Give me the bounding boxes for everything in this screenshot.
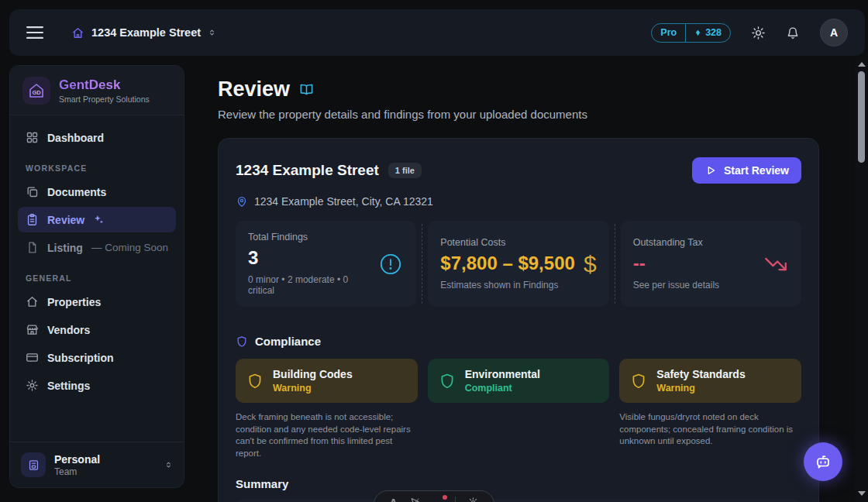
shield-icon bbox=[236, 335, 248, 348]
brand-header: GD GentDesk Smart Property Solutions bbox=[10, 66, 184, 115]
divider bbox=[422, 224, 422, 304]
book-open-icon bbox=[299, 82, 314, 97]
stat-detail: 0 minor • 2 moderate • 0 critical bbox=[248, 274, 371, 296]
clipboard-icon bbox=[26, 213, 39, 226]
compliance-card-building-codes: Building Codes Warning bbox=[236, 359, 418, 403]
stat-label: Outstanding Tax bbox=[633, 237, 719, 248]
home-icon bbox=[26, 295, 39, 308]
section-label-general: GENERAL bbox=[18, 263, 176, 289]
scroll-up-arrow-icon[interactable] bbox=[858, 62, 866, 67]
minus-badge-icon[interactable]: — bbox=[432, 497, 443, 502]
gentdesk-logo-icon: GD bbox=[22, 77, 50, 105]
property-address: 1234 Example Street, City, CA 12321 bbox=[254, 195, 433, 208]
chat-assistant-button[interactable] bbox=[804, 442, 842, 481]
sparkles-icon bbox=[93, 214, 105, 225]
scrollbar[interactable] bbox=[855, 59, 868, 502]
cursor-icon[interactable] bbox=[409, 497, 421, 502]
scroll-down-arrow-icon[interactable] bbox=[858, 491, 866, 496]
file-count-badge: 1 file bbox=[388, 163, 422, 178]
sidebar-item-properties[interactable]: Properties bbox=[18, 289, 176, 315]
brand-name: GentDesk bbox=[59, 77, 150, 93]
sidebar-item-label: Subscription bbox=[47, 352, 114, 364]
compliance-status: Warning bbox=[273, 383, 353, 394]
stat-potential-costs: Potential Costs $7,800 – $9,500 Estimate… bbox=[428, 221, 608, 307]
map-pin-icon bbox=[236, 195, 248, 208]
bell-icon[interactable] bbox=[786, 26, 800, 40]
top-bar: 1234 Example Street Pro 328 A bbox=[9, 9, 865, 56]
start-review-label: Start Review bbox=[724, 164, 789, 177]
sidebar: GD GentDesk Smart Property Solutions Das… bbox=[9, 65, 184, 488]
gear-icon[interactable] bbox=[467, 497, 479, 502]
diamond-icon bbox=[694, 29, 701, 37]
alert-circle-icon bbox=[377, 251, 404, 277]
stat-value: -- bbox=[633, 253, 719, 274]
divider bbox=[455, 497, 456, 502]
store-icon bbox=[26, 323, 39, 336]
compliance-cards: Building Codes Warning Environmental Com… bbox=[236, 359, 801, 403]
file-icon bbox=[26, 241, 39, 254]
environmental-note bbox=[428, 411, 610, 459]
sidebar-item-label: Review bbox=[47, 214, 84, 226]
svg-text:GD: GD bbox=[32, 89, 41, 96]
plan-label: Pro bbox=[652, 24, 685, 42]
team-switcher[interactable]: Personal Team bbox=[10, 442, 184, 487]
stat-label: Potential Costs bbox=[440, 237, 575, 248]
sidebar-item-vendors[interactable]: Vendors bbox=[18, 317, 176, 342]
sidebar-item-label: Vendors bbox=[47, 324, 90, 336]
documents-icon bbox=[26, 185, 39, 198]
sidebar-item-label: Listing bbox=[47, 242, 83, 254]
sidebar-item-review[interactable]: Review bbox=[18, 207, 176, 232]
coming-soon-note: — Coming Soon bbox=[91, 242, 168, 253]
summary-card: Strengths / What's good to know: This fi… bbox=[236, 499, 801, 502]
avatar-initial: A bbox=[830, 26, 838, 39]
compliance-status: Compliant bbox=[465, 383, 540, 394]
gear-icon bbox=[26, 379, 39, 392]
compliance-name: Environmental bbox=[465, 368, 540, 380]
shield-icon bbox=[439, 373, 456, 390]
safety-standards-note: Visible fungus/dryrot noted on deck comp… bbox=[619, 411, 801, 459]
stat-value: 3 bbox=[248, 247, 371, 269]
floating-toolbar: A — bbox=[374, 490, 494, 502]
stat-detail: Estimates shown in Findings bbox=[440, 280, 575, 291]
stat-label: Total Findings bbox=[248, 232, 371, 242]
start-review-button[interactable]: Start Review bbox=[692, 157, 801, 184]
sun-icon[interactable] bbox=[751, 26, 766, 40]
sidebar-item-settings[interactable]: Settings bbox=[18, 373, 176, 398]
notification-dot bbox=[443, 495, 447, 500]
play-icon bbox=[704, 164, 717, 177]
compliance-name: Building Codes bbox=[273, 368, 353, 380]
sidebar-item-documents[interactable]: Documents bbox=[18, 179, 176, 205]
letter-a-icon[interactable]: A bbox=[389, 497, 397, 502]
building-codes-note: Deck framing beneath is not accessible; … bbox=[236, 411, 418, 459]
compliance-notes: Deck framing beneath is not accessible; … bbox=[236, 411, 801, 459]
stat-value: $7,800 – $9,500 bbox=[440, 253, 575, 274]
credits-count: 328 bbox=[705, 27, 722, 38]
menu-icon[interactable] bbox=[26, 26, 43, 40]
shield-icon bbox=[246, 373, 264, 390]
stats-row: Total Findings 3 0 minor • 2 moderate • … bbox=[236, 221, 801, 307]
main-content: Review Review the property details and f… bbox=[218, 77, 819, 502]
user-avatar[interactable]: A bbox=[820, 19, 848, 46]
property-name: 1234 Example Street bbox=[236, 162, 379, 179]
sidebar-item-listing[interactable]: Listing — Coming Soon bbox=[18, 235, 176, 260]
review-card: 1234 Example Street 1 file Start Review … bbox=[218, 138, 819, 502]
trending-down-icon bbox=[763, 251, 789, 277]
page-title: Review bbox=[218, 77, 290, 101]
summary-title: Summary bbox=[236, 477, 801, 490]
sidebar-item-dashboard[interactable]: Dashboard bbox=[18, 125, 176, 150]
credit-card-icon bbox=[26, 351, 39, 364]
robot-chat-icon bbox=[814, 452, 832, 471]
team-name: Personal bbox=[54, 453, 100, 466]
compliance-card-safety-standards: Safety Standards Warning bbox=[619, 359, 801, 403]
scrollbar-thumb[interactable] bbox=[858, 71, 865, 163]
topbar-actions: Pro 328 A bbox=[651, 19, 848, 46]
plan-credits-badge[interactable]: Pro 328 bbox=[651, 23, 731, 43]
sidebar-item-subscription[interactable]: Subscription bbox=[18, 345, 176, 370]
compliance-status: Warning bbox=[656, 383, 745, 394]
sidebar-nav: Dashboard WORKSPACE Documents Review Lis… bbox=[10, 115, 184, 442]
compliance-title: Compliance bbox=[255, 335, 321, 348]
selected-property-label: 1234 Example Street bbox=[91, 26, 201, 39]
property-selector[interactable]: 1234 Example Street bbox=[71, 26, 216, 40]
compliance-card-environmental: Environmental Compliant bbox=[428, 359, 610, 403]
compliance-name: Safety Standards bbox=[656, 368, 745, 380]
